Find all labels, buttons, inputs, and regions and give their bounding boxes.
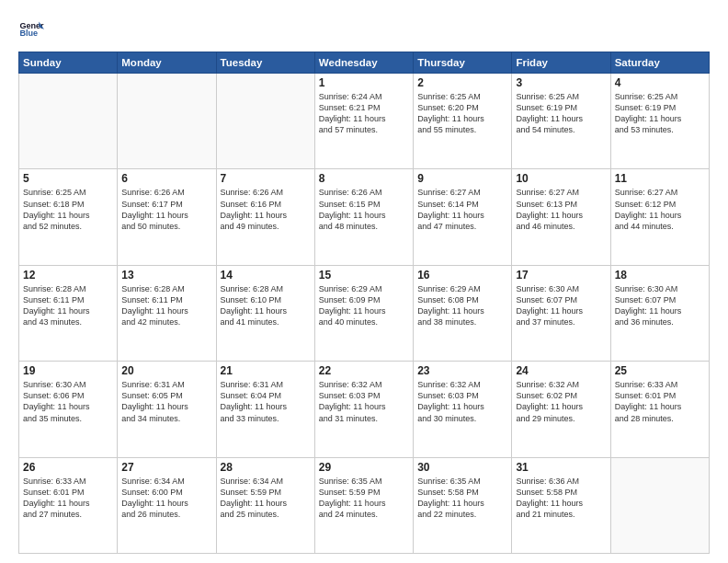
calendar-cell: 17Sunrise: 6:30 AM Sunset: 6:07 PM Dayli… <box>512 265 610 361</box>
calendar-cell: 26Sunrise: 6:33 AM Sunset: 6:01 PM Dayli… <box>19 457 118 553</box>
calendar-cell <box>610 457 709 553</box>
calendar-table: SundayMondayTuesdayWednesdayThursdayFrid… <box>18 52 710 554</box>
day-info: Sunrise: 6:29 AM Sunset: 6:08 PM Dayligh… <box>417 283 507 328</box>
day-number: 2 <box>417 76 507 89</box>
day-info: Sunrise: 6:25 AM Sunset: 6:19 PM Dayligh… <box>615 91 705 136</box>
day-number: 20 <box>121 364 211 377</box>
day-number: 26 <box>23 461 113 474</box>
day-number: 17 <box>516 269 606 282</box>
day-number: 6 <box>121 172 211 185</box>
week-row-4: 26Sunrise: 6:33 AM Sunset: 6:01 PM Dayli… <box>19 457 710 553</box>
calendar-cell: 1Sunrise: 6:24 AM Sunset: 6:21 PM Daylig… <box>314 74 413 169</box>
day-number: 21 <box>221 364 311 377</box>
header: General Blue <box>18 17 710 42</box>
calendar-cell: 3Sunrise: 6:25 AM Sunset: 6:19 PM Daylig… <box>512 74 610 169</box>
day-info: Sunrise: 6:31 AM Sunset: 6:05 PM Dayligh… <box>121 379 211 424</box>
day-info: Sunrise: 6:25 AM Sunset: 6:19 PM Dayligh… <box>516 91 606 136</box>
calendar-cell: 30Sunrise: 6:35 AM Sunset: 5:58 PM Dayli… <box>414 457 512 553</box>
calendar-cell: 12Sunrise: 6:28 AM Sunset: 6:11 PM Dayli… <box>19 265 118 361</box>
day-info: Sunrise: 6:30 AM Sunset: 6:07 PM Dayligh… <box>516 283 606 328</box>
day-info: Sunrise: 6:27 AM Sunset: 6:13 PM Dayligh… <box>516 187 606 232</box>
calendar-cell: 7Sunrise: 6:26 AM Sunset: 6:16 PM Daylig… <box>216 169 314 265</box>
day-number: 29 <box>319 461 409 474</box>
calendar-cell: 15Sunrise: 6:29 AM Sunset: 6:09 PM Dayli… <box>314 265 413 361</box>
day-number: 25 <box>615 364 705 377</box>
calendar-cell: 14Sunrise: 6:28 AM Sunset: 6:10 PM Dayli… <box>216 265 314 361</box>
day-info: Sunrise: 6:32 AM Sunset: 6:02 PM Dayligh… <box>516 379 606 424</box>
day-info: Sunrise: 6:24 AM Sunset: 6:21 PM Dayligh… <box>319 91 409 136</box>
day-number: 24 <box>516 364 606 377</box>
day-info: Sunrise: 6:33 AM Sunset: 6:01 PM Dayligh… <box>23 476 113 521</box>
calendar-cell: 16Sunrise: 6:29 AM Sunset: 6:08 PM Dayli… <box>414 265 512 361</box>
calendar-cell: 23Sunrise: 6:32 AM Sunset: 6:03 PM Dayli… <box>414 362 512 457</box>
day-number: 8 <box>319 172 409 185</box>
week-row-3: 19Sunrise: 6:30 AM Sunset: 6:06 PM Dayli… <box>19 362 710 457</box>
day-number: 16 <box>417 269 507 282</box>
calendar-cell: 2Sunrise: 6:25 AM Sunset: 6:20 PM Daylig… <box>414 74 512 169</box>
weekday-header-friday: Friday <box>512 52 610 74</box>
calendar-cell: 31Sunrise: 6:36 AM Sunset: 5:58 PM Dayli… <box>512 457 610 553</box>
day-number: 10 <box>516 172 606 185</box>
day-number: 11 <box>615 172 705 185</box>
day-info: Sunrise: 6:28 AM Sunset: 6:11 PM Dayligh… <box>121 283 211 328</box>
day-info: Sunrise: 6:25 AM Sunset: 6:20 PM Dayligh… <box>417 91 507 136</box>
calendar-cell <box>19 74 118 169</box>
day-info: Sunrise: 6:26 AM Sunset: 6:16 PM Dayligh… <box>221 187 311 232</box>
calendar-cell: 4Sunrise: 6:25 AM Sunset: 6:19 PM Daylig… <box>610 74 709 169</box>
calendar-cell: 5Sunrise: 6:25 AM Sunset: 6:18 PM Daylig… <box>19 169 118 265</box>
day-info: Sunrise: 6:34 AM Sunset: 5:59 PM Dayligh… <box>221 476 311 521</box>
day-number: 13 <box>121 269 211 282</box>
svg-text:Blue: Blue <box>19 29 38 38</box>
day-info: Sunrise: 6:25 AM Sunset: 6:18 PM Dayligh… <box>23 187 113 232</box>
day-info: Sunrise: 6:32 AM Sunset: 6:03 PM Dayligh… <box>417 379 507 424</box>
day-info: Sunrise: 6:33 AM Sunset: 6:01 PM Dayligh… <box>615 379 705 424</box>
day-info: Sunrise: 6:35 AM Sunset: 5:58 PM Dayligh… <box>417 476 507 521</box>
day-info: Sunrise: 6:30 AM Sunset: 6:06 PM Dayligh… <box>23 379 113 424</box>
day-number: 9 <box>417 172 507 185</box>
day-info: Sunrise: 6:30 AM Sunset: 6:07 PM Dayligh… <box>615 283 705 328</box>
logo-icon: General Blue <box>18 17 44 42</box>
day-info: Sunrise: 6:28 AM Sunset: 6:11 PM Dayligh… <box>23 283 113 328</box>
day-info: Sunrise: 6:27 AM Sunset: 6:12 PM Dayligh… <box>615 187 705 232</box>
day-number: 14 <box>221 269 311 282</box>
weekday-header-tuesday: Tuesday <box>216 52 314 74</box>
day-info: Sunrise: 6:36 AM Sunset: 5:58 PM Dayligh… <box>516 476 606 521</box>
day-info: Sunrise: 6:29 AM Sunset: 6:09 PM Dayligh… <box>319 283 409 328</box>
calendar-cell: 21Sunrise: 6:31 AM Sunset: 6:04 PM Dayli… <box>216 362 314 457</box>
week-row-2: 12Sunrise: 6:28 AM Sunset: 6:11 PM Dayli… <box>19 265 710 361</box>
weekday-header-row: SundayMondayTuesdayWednesdayThursdayFrid… <box>19 52 710 74</box>
day-info: Sunrise: 6:28 AM Sunset: 6:10 PM Dayligh… <box>221 283 311 328</box>
day-number: 1 <box>319 76 409 89</box>
day-number: 19 <box>23 364 113 377</box>
day-number: 18 <box>615 269 705 282</box>
weekday-header-wednesday: Wednesday <box>314 52 413 74</box>
weekday-header-sunday: Sunday <box>19 52 118 74</box>
calendar-cell: 8Sunrise: 6:26 AM Sunset: 6:15 PM Daylig… <box>314 169 413 265</box>
day-number: 4 <box>615 76 705 89</box>
week-row-0: 1Sunrise: 6:24 AM Sunset: 6:21 PM Daylig… <box>19 74 710 169</box>
day-number: 31 <box>516 461 606 474</box>
day-info: Sunrise: 6:27 AM Sunset: 6:14 PM Dayligh… <box>417 187 507 232</box>
calendar-cell <box>118 74 216 169</box>
day-info: Sunrise: 6:34 AM Sunset: 6:00 PM Dayligh… <box>121 476 211 521</box>
weekday-header-saturday: Saturday <box>610 52 709 74</box>
calendar-cell: 6Sunrise: 6:26 AM Sunset: 6:17 PM Daylig… <box>118 169 216 265</box>
day-info: Sunrise: 6:31 AM Sunset: 6:04 PM Dayligh… <box>221 379 311 424</box>
day-number: 22 <box>319 364 409 377</box>
calendar-cell: 27Sunrise: 6:34 AM Sunset: 6:00 PM Dayli… <box>118 457 216 553</box>
calendar-cell: 19Sunrise: 6:30 AM Sunset: 6:06 PM Dayli… <box>19 362 118 457</box>
day-number: 15 <box>319 269 409 282</box>
day-number: 3 <box>516 76 606 89</box>
day-number: 5 <box>23 172 113 185</box>
day-number: 28 <box>221 461 311 474</box>
day-number: 30 <box>417 461 507 474</box>
calendar-cell: 11Sunrise: 6:27 AM Sunset: 6:12 PM Dayli… <box>610 169 709 265</box>
day-info: Sunrise: 6:26 AM Sunset: 6:17 PM Dayligh… <box>121 187 211 232</box>
calendar-cell: 29Sunrise: 6:35 AM Sunset: 5:59 PM Dayli… <box>314 457 413 553</box>
week-row-1: 5Sunrise: 6:25 AM Sunset: 6:18 PM Daylig… <box>19 169 710 265</box>
day-number: 23 <box>417 364 507 377</box>
day-info: Sunrise: 6:35 AM Sunset: 5:59 PM Dayligh… <box>319 476 409 521</box>
calendar-cell: 20Sunrise: 6:31 AM Sunset: 6:05 PM Dayli… <box>118 362 216 457</box>
calendar-cell: 28Sunrise: 6:34 AM Sunset: 5:59 PM Dayli… <box>216 457 314 553</box>
calendar-cell <box>216 74 314 169</box>
